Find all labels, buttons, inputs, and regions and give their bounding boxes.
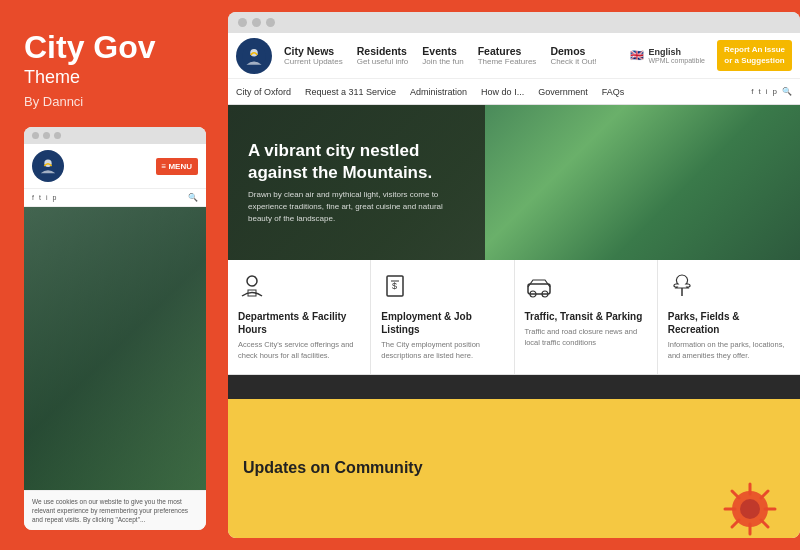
site-top-nav: City News Current Updates Residents Get … <box>228 33 800 79</box>
mobile-social-icons: f t i p <box>32 194 56 201</box>
browser-bar <box>228 12 800 33</box>
left-panel: City Gov Theme By Dannci ≡ MENU f <box>0 0 228 550</box>
nav-label-residents: Residents <box>357 45 409 57</box>
feature-card-departments[interactable]: Departments & Facility Hours Access City… <box>228 260 371 374</box>
subnav-instagram-icon[interactable]: i <box>766 87 768 96</box>
language-selector[interactable]: 🇬🇧 English WPML compatible <box>630 47 705 64</box>
nav-links: City News Current Updates Residents Get … <box>284 45 618 66</box>
feature-title-parks: Parks, Fields & Recreation <box>668 310 790 336</box>
features-row: Departments & Facility Hours Access City… <box>228 260 800 375</box>
svg-rect-9 <box>528 284 550 294</box>
feature-desc-traffic: Traffic and road closure news and local … <box>525 327 647 349</box>
updates-title: Updates on Community <box>243 459 423 477</box>
title-line2: Theme <box>24 67 208 88</box>
hero-section: A vibrant city nestled against the Mount… <box>228 105 800 260</box>
mobile-menu-button[interactable]: ≡ MENU <box>156 158 198 175</box>
feature-desc-departments: Access City's service offerings and chec… <box>238 340 360 362</box>
subnav-faqs[interactable]: FAQs <box>602 87 625 97</box>
nav-sub-features: Theme Features <box>478 57 537 66</box>
subnav-government[interactable]: Government <box>538 87 588 97</box>
parks-icon <box>668 272 790 305</box>
lang-label: English <box>648 47 705 57</box>
departments-icon <box>238 272 360 305</box>
nav-item-events[interactable]: Events Join the fun <box>422 45 463 66</box>
theme-title: City Gov Theme By Dannci <box>24 30 208 109</box>
mobile-twitter-icon[interactable]: t <box>39 194 41 201</box>
subnav-search-icon[interactable]: 🔍 <box>782 87 792 96</box>
report-issue-button[interactable]: Report An Issue or a Suggestion <box>717 40 792 71</box>
report-btn-line1: Report An Issue <box>724 45 785 55</box>
mobile-facebook-icon[interactable]: f <box>32 194 34 201</box>
mobile-cookie-bar: We use cookies on our website to give yo… <box>24 490 206 530</box>
svg-line-19 <box>732 491 739 498</box>
mobile-dot-3 <box>54 132 61 139</box>
subnav-admin[interactable]: Administration <box>410 87 467 97</box>
feature-title-departments: Departments & Facility Hours <box>238 310 360 336</box>
hero-body: Drawn by clean air and mythical light, v… <box>248 189 458 225</box>
subnav-pinterest-icon[interactable]: p <box>773 87 777 96</box>
feature-desc-parks: Information on the parks, locations, and… <box>668 340 790 362</box>
feature-desc-employment: The City employment position description… <box>381 340 503 362</box>
feature-card-employment[interactable]: $ Employment & Job Listings The City emp… <box>371 260 514 374</box>
nav-sub-events: Join the fun <box>422 57 463 66</box>
employment-icon: $ <box>381 272 503 305</box>
mobile-search-icon[interactable]: 🔍 <box>188 193 198 202</box>
title-line1: City Gov <box>24 30 208 65</box>
svg-point-4 <box>247 276 257 286</box>
subnav-howdoi[interactable]: How do I... <box>481 87 524 97</box>
mobile-dot-2 <box>43 132 50 139</box>
svg-text:$: $ <box>392 281 397 291</box>
nav-sub-residents: Get useful info <box>357 57 409 66</box>
nav-sub-demos: Check it Out! <box>550 57 596 66</box>
nav-item-demos[interactable]: Demos Check it Out! <box>550 45 596 66</box>
nav-item-citynews[interactable]: City News Current Updates <box>284 45 343 66</box>
svg-point-14 <box>740 499 760 519</box>
mobile-instagram-icon[interactable]: i <box>46 194 48 201</box>
nav-label-citynews: City News <box>284 45 343 57</box>
mobile-dots-bar <box>24 127 206 144</box>
nav-label-events: Events <box>422 45 463 57</box>
feature-title-traffic: Traffic, Transit & Parking <box>525 310 647 323</box>
svg-line-21 <box>761 491 768 498</box>
covid-decoration <box>720 479 780 538</box>
subnav-facebook-icon[interactable]: f <box>751 87 753 96</box>
mobile-nav-bar: ≡ MENU <box>24 144 206 189</box>
site-sub-nav: City of Oxford Request a 311 Service Adm… <box>228 79 800 105</box>
browser-dot-3 <box>266 18 275 27</box>
mobile-logo <box>32 150 64 182</box>
subnav-oxford[interactable]: City of Oxford <box>236 87 291 97</box>
nav-label-demos: Demos <box>550 45 596 57</box>
mobile-pinterest-icon[interactable]: p <box>52 194 56 201</box>
feature-card-traffic[interactable]: Traffic, Transit & Parking Traffic and r… <box>515 260 658 374</box>
svg-line-22 <box>732 520 739 527</box>
dark-strip <box>228 375 800 399</box>
site-logo <box>236 38 272 74</box>
browser-dot-2 <box>252 18 261 27</box>
hero-content: A vibrant city nestled against the Mount… <box>248 140 780 225</box>
browser-dot-1 <box>238 18 247 27</box>
report-btn-line2: or a Suggestion <box>724 56 785 66</box>
nav-item-features[interactable]: Features Theme Features <box>478 45 537 66</box>
flag-icon: 🇬🇧 <box>630 49 644 62</box>
traffic-icon <box>525 272 647 305</box>
updates-section: Updates on Community <box>228 399 800 538</box>
mobile-social-bar: f t i p 🔍 <box>24 189 206 207</box>
mobile-preview: ≡ MENU f t i p 🔍 We use cookies on our w… <box>24 127 206 530</box>
subnav-311[interactable]: Request a 311 Service <box>305 87 396 97</box>
nav-label-features: Features <box>478 45 537 57</box>
byline: By Dannci <box>24 94 208 109</box>
lang-sub: WPML compatible <box>648 57 705 64</box>
nav-item-residents[interactable]: Residents Get useful info <box>357 45 409 66</box>
feature-title-employment: Employment & Job Listings <box>381 310 503 336</box>
mobile-hero-image <box>24 207 206 490</box>
nav-sub-citynews: Current Updates <box>284 57 343 66</box>
mobile-dot-1 <box>32 132 39 139</box>
subnav-twitter-icon[interactable]: t <box>759 87 761 96</box>
hero-title: A vibrant city nestled against the Mount… <box>248 140 468 183</box>
svg-line-20 <box>761 520 768 527</box>
right-panel: City News Current Updates Residents Get … <box>228 12 800 538</box>
subnav-social: f t i p 🔍 <box>751 87 792 96</box>
feature-card-parks[interactable]: Parks, Fields & Recreation Information o… <box>658 260 800 374</box>
